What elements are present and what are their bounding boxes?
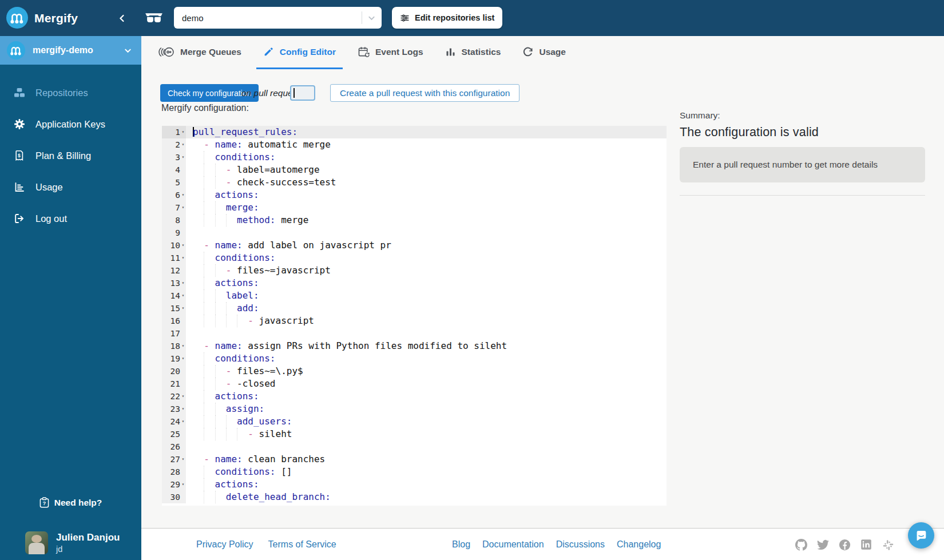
footer-link-documentation[interactable]: Documentation	[482, 539, 544, 550]
code-line[interactable]: - files~=javascript	[186, 264, 667, 277]
code-line[interactable]: - files~=\.py$	[186, 365, 667, 378]
facebook-icon[interactable]	[839, 539, 851, 551]
line-number: 20	[170, 365, 180, 378]
fold-arrow-icon[interactable]: ▾	[180, 415, 186, 428]
fold-arrow-icon[interactable]: ▾	[180, 239, 186, 252]
footer-link-discussions[interactable]: Discussions	[556, 539, 605, 550]
twitter-icon[interactable]	[817, 539, 829, 551]
fold-arrow-icon[interactable]: ▾	[180, 252, 186, 264]
sidebar-item-repositories[interactable]: Repositories	[0, 80, 141, 105]
line-number: 9	[175, 227, 180, 239]
organization-switcher[interactable]: mergify-demo	[0, 36, 141, 65]
fold-arrow-icon[interactable]: ▾	[180, 277, 186, 289]
fold-arrow-icon[interactable]: ▾	[180, 302, 186, 315]
svg-text:?: ?	[42, 500, 46, 506]
fold-arrow-icon[interactable]: ▾	[180, 151, 186, 164]
sidebar-item-plan-billing[interactable]: $Plan & Billing	[0, 143, 141, 168]
code-line[interactable]: merge:	[186, 201, 667, 214]
code-line[interactable]: - label=automerge	[186, 164, 667, 176]
footer-link-blog[interactable]: Blog	[452, 539, 470, 550]
user-profile[interactable]: Julien Danjou jd	[25, 531, 120, 554]
github-icon[interactable]	[795, 539, 807, 551]
code-line[interactable]: - sileht	[186, 428, 667, 440]
sidebar-item-label: Plan & Billing	[35, 150, 91, 161]
code-line[interactable]: pull_request_rules:	[186, 126, 667, 138]
code-line[interactable]: actions:	[186, 277, 667, 289]
code-line[interactable]: - javascript	[186, 315, 667, 327]
sidebar-item-application-keys[interactable]: Application Keys	[0, 112, 141, 137]
code-line[interactable]: assign:	[186, 403, 667, 415]
code-line[interactable]	[186, 440, 667, 453]
code-line[interactable]: - name: automatic merge	[186, 138, 667, 151]
fold-arrow-icon[interactable]: ▾	[180, 478, 186, 491]
need-help-button[interactable]: ? Need help?	[0, 497, 141, 508]
sidebar-item-usage[interactable]: Usage	[0, 174, 141, 200]
usage-chart-icon	[14, 181, 25, 193]
refresh-circle-icon	[522, 46, 533, 57]
code-line[interactable]: - name: clean branches	[186, 453, 667, 466]
code-line[interactable]: conditions: []	[186, 466, 667, 478]
code-line[interactable]: actions:	[186, 478, 667, 491]
code-line[interactable]: actions:	[186, 390, 667, 403]
code-line[interactable]: conditions:	[186, 151, 667, 164]
slack-icon[interactable]	[882, 539, 894, 551]
code-line[interactable]	[186, 227, 667, 239]
code-line[interactable]: actions:	[186, 189, 667, 201]
code-line[interactable]: - check-success=test	[186, 176, 667, 189]
fold-arrow-icon[interactable]: ▾	[180, 352, 186, 365]
line-number: 21	[170, 378, 180, 390]
indent-guide	[215, 164, 216, 176]
code-line[interactable]	[186, 327, 667, 340]
fold-arrow-icon[interactable]: ▾	[180, 126, 186, 138]
tab-statistics[interactable]: Statistics	[438, 36, 508, 69]
fold-arrow-icon[interactable]: ▾	[180, 201, 186, 214]
code-line[interactable]: method: merge	[186, 214, 667, 227]
fold-arrow-icon[interactable]: ▾	[180, 340, 186, 352]
tab-config-editor[interactable]: Config Editor	[256, 36, 343, 69]
collapse-sidebar-button[interactable]	[114, 0, 129, 36]
chat-widget-button[interactable]	[908, 522, 934, 549]
line-number-gutter: 23▾	[162, 403, 186, 415]
editor-line: 30 delete_head_branch:	[162, 491, 667, 503]
tab-merge-queues[interactable]: Merge Queues	[152, 36, 248, 69]
code-line[interactable]: conditions:	[186, 352, 667, 365]
summary-panel: Summary: The configuration is valid Ente…	[680, 110, 925, 196]
brand-title[interactable]: Mergify	[34, 0, 78, 36]
fold-arrow-icon[interactable]: ▾	[180, 453, 186, 466]
code-line[interactable]: add_users:	[186, 415, 667, 428]
repository-select[interactable]: demo	[174, 7, 382, 29]
tab-event-logs[interactable]: Event Logs	[351, 36, 430, 69]
editor-line: 17	[162, 327, 667, 340]
line-number: 16	[170, 315, 180, 327]
config-editor[interactable]: 1▾pull_request_rules:2▾ - name: automati…	[162, 126, 667, 506]
tab-usage[interactable]: Usage	[515, 36, 573, 69]
code-line[interactable]: - name: assign PRs with Python files mod…	[186, 340, 667, 352]
fold-arrow-icon[interactable]: ▾	[180, 403, 186, 415]
fold-arrow-icon[interactable]: ▾	[180, 390, 186, 403]
editor-line: 26	[162, 440, 667, 453]
footer-link-terms-of-service[interactable]: Terms of Service	[268, 539, 336, 550]
text-caret	[293, 88, 295, 98]
sidebar-item-log-out[interactable]: Log out	[0, 206, 141, 231]
create-pull-request-button[interactable]: Create a pull request with this configur…	[330, 84, 519, 102]
line-number-gutter: 26	[162, 440, 186, 453]
footer-link-changelog[interactable]: Changelog	[617, 539, 661, 550]
edit-repositories-button[interactable]: Edit repositories list	[392, 7, 502, 29]
footer-link-privacy-policy[interactable]: Privacy Policy	[196, 539, 253, 550]
code-line[interactable]: conditions:	[186, 252, 667, 264]
sliders-icon	[400, 13, 410, 23]
code-line[interactable]: delete_head_branch:	[186, 491, 667, 503]
code-line[interactable]: add:	[186, 302, 667, 315]
fold-arrow-icon[interactable]: ▾	[180, 189, 186, 201]
fold-arrow-icon[interactable]: ▾	[180, 138, 186, 151]
mergify-logo-icon[interactable]	[6, 7, 28, 29]
footer: Privacy PolicyTerms of Service BlogDocum…	[141, 528, 944, 560]
line-number: 17	[170, 327, 180, 340]
code-line[interactable]: label:	[186, 289, 667, 302]
fold-arrow-icon[interactable]: ▾	[180, 289, 186, 302]
code-line[interactable]: - -closed	[186, 378, 667, 390]
pull-request-number-input[interactable]	[290, 85, 315, 101]
linkedin-icon[interactable]	[860, 539, 872, 551]
editor-line: 1▾pull_request_rules:	[162, 126, 667, 138]
code-line[interactable]: - name: add label on javascript pr	[186, 239, 667, 252]
